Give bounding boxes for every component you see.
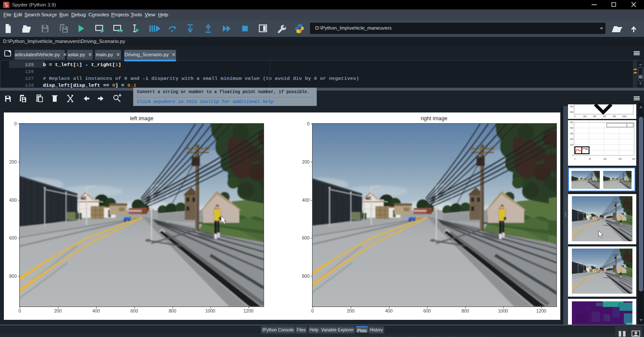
svg-text:0: 0: [574, 115, 576, 118]
svg-text:1000: 1000: [622, 115, 627, 118]
svg-text:500: 500: [570, 121, 573, 124]
svg-text:600: 600: [603, 115, 606, 118]
svg-text:600: 600: [570, 111, 573, 113]
svg-text:0: 0: [572, 155, 573, 157]
svg-text:800: 800: [613, 115, 616, 118]
svg-text:0: 0: [574, 158, 576, 160]
svg-text:400: 400: [570, 127, 573, 129]
svg-text:100: 100: [570, 144, 573, 146]
svg-text:500: 500: [570, 106, 573, 108]
svg-text:400: 400: [593, 115, 596, 118]
svg-text:200: 200: [583, 115, 586, 118]
svg-text:200: 200: [570, 138, 573, 140]
svg-text:200: 200: [632, 158, 635, 160]
svg-text:300: 300: [570, 133, 573, 135]
svg-text:100: 100: [603, 158, 607, 160]
svg-text:150: 150: [618, 158, 622, 160]
svg-text:50: 50: [589, 158, 591, 160]
